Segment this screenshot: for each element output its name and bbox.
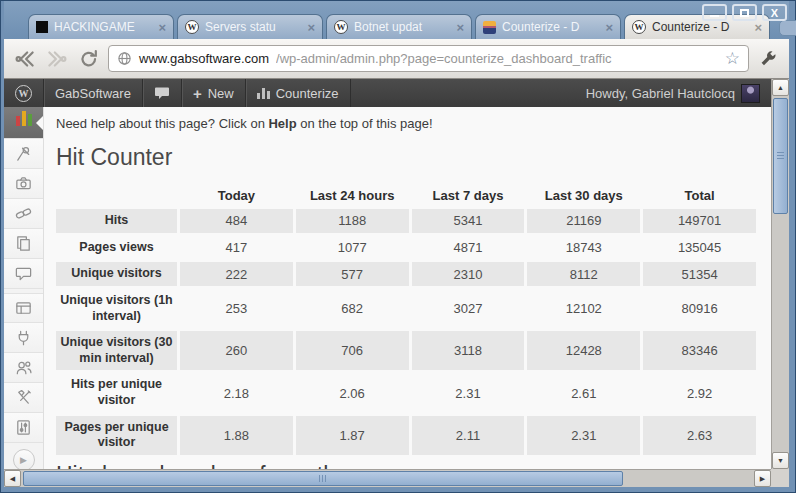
address-bar[interactable]: www.gabsoftware.com/wp-admin/admin.php?p… bbox=[108, 45, 749, 72]
scroll-up-button[interactable]: ▲ bbox=[772, 79, 789, 96]
table-row: Unique visitors (1h interval)25368230271… bbox=[56, 289, 756, 328]
tab-close-icon[interactable]: × bbox=[605, 21, 613, 34]
stats-table-body: Hits4841188534121169149701Pages views417… bbox=[56, 209, 756, 455]
sidebar-item-posts[interactable] bbox=[4, 139, 43, 169]
scroll-left-button[interactable]: ◀ bbox=[4, 470, 21, 487]
new-tab-button[interactable] bbox=[779, 20, 796, 36]
stat-cell: 21169 bbox=[527, 209, 640, 233]
column-header: Last 7 days bbox=[412, 185, 525, 206]
account-menu[interactable]: Howdy, Gabriel Hautclocq bbox=[575, 79, 771, 107]
tab-close-icon[interactable]: × bbox=[307, 21, 315, 34]
wordpress-favicon: W bbox=[185, 20, 199, 34]
stat-cell: 8112 bbox=[527, 262, 640, 286]
stat-cell: 2.06 bbox=[296, 373, 409, 412]
column-header: Last 30 days bbox=[527, 185, 640, 206]
sidebar-item-pages[interactable] bbox=[4, 229, 43, 259]
forward-button[interactable] bbox=[44, 46, 70, 72]
sidebar-item-media[interactable] bbox=[4, 169, 43, 199]
table-row: Unique visitors2225772310811251354 bbox=[56, 262, 756, 286]
vertical-scrollbar[interactable]: ▲ ▼ bbox=[771, 79, 789, 469]
sidebar-item-tools[interactable] bbox=[4, 383, 43, 413]
counterize-menu[interactable]: Counterize bbox=[246, 79, 351, 107]
tab-close-icon[interactable]: × bbox=[158, 21, 166, 34]
table-row: Hits per unique visitor2.182.062.312.612… bbox=[56, 373, 756, 412]
links-icon bbox=[14, 204, 33, 223]
row-label: Pages per unique visitor bbox=[56, 416, 177, 455]
browser-tab[interactable]: HACKINGAME× bbox=[28, 14, 174, 39]
new-label: New bbox=[208, 86, 234, 101]
wordpress-logo-menu[interactable]: W bbox=[4, 79, 44, 107]
row-label: Unique visitors (30 min interval) bbox=[56, 331, 177, 370]
stat-cell: 577 bbox=[296, 262, 409, 286]
horizontal-scrollbar[interactable]: ◀ ▶ bbox=[4, 469, 771, 487]
stat-cell: 149701 bbox=[643, 209, 756, 233]
tab-strip: HACKINGAME×WServers statu×WBotnet updat×… bbox=[28, 14, 796, 39]
stat-cell: 2.11 bbox=[412, 416, 525, 455]
minimize-button[interactable] bbox=[702, 4, 727, 21]
comments-menu[interactable] bbox=[143, 79, 182, 107]
sidebar-item-settings[interactable] bbox=[4, 413, 43, 443]
sidebar-item-links[interactable] bbox=[4, 199, 43, 229]
scroll-down-button[interactable]: ▼ bbox=[772, 452, 789, 469]
sidebar-item-comments[interactable] bbox=[4, 259, 43, 289]
stat-cell: 222 bbox=[180, 262, 293, 286]
sidebar-item-counterize[interactable] bbox=[4, 107, 43, 139]
tools-icon bbox=[14, 388, 33, 407]
browser-tab[interactable]: WServers statu× bbox=[177, 14, 323, 39]
horizontal-scroll-thumb[interactable] bbox=[23, 471, 623, 486]
stat-cell: 706 bbox=[296, 331, 409, 370]
new-content-menu[interactable]: + New bbox=[182, 79, 246, 107]
titlebar: HACKINGAME×WServers statu×WBotnet updat×… bbox=[4, 1, 789, 39]
close-icon: X bbox=[771, 7, 778, 19]
tab-close-icon[interactable]: × bbox=[754, 21, 762, 34]
site-name: GabSoftware bbox=[55, 86, 131, 101]
row-label: Hits per unique visitor bbox=[56, 373, 177, 412]
avatar bbox=[741, 84, 760, 103]
minimize-icon bbox=[710, 15, 719, 17]
maximize-button[interactable] bbox=[732, 4, 757, 21]
stat-cell: 1188 bbox=[296, 209, 409, 233]
plus-icon: + bbox=[193, 86, 202, 101]
page-viewport: W GabSoftware + New Counterize bbox=[4, 79, 789, 487]
wrench-menu-button[interactable] bbox=[755, 46, 781, 72]
wrench-icon bbox=[758, 49, 778, 69]
site-name-menu[interactable]: GabSoftware bbox=[44, 79, 143, 107]
row-label: Unique visitors (1h interval) bbox=[56, 289, 177, 328]
posts-icon bbox=[14, 144, 33, 163]
row-label: Pages views bbox=[56, 236, 177, 260]
media-icon bbox=[14, 174, 33, 193]
vertical-scroll-thumb[interactable] bbox=[773, 98, 788, 214]
globe-icon bbox=[117, 51, 132, 66]
sidebar-item-users[interactable] bbox=[4, 353, 43, 383]
mountain-favicon bbox=[483, 21, 496, 34]
sidebar-item-appearance[interactable] bbox=[4, 293, 43, 323]
browser-tab[interactable]: WBotnet updat× bbox=[326, 14, 472, 39]
scroll-right-button[interactable]: ▶ bbox=[754, 470, 771, 487]
row-label: Unique visitors bbox=[56, 262, 177, 286]
stat-cell: 3118 bbox=[412, 331, 525, 370]
stat-cell: 80916 bbox=[643, 289, 756, 328]
stat-cell: 2.18 bbox=[180, 373, 293, 412]
tab-title: Counterize - D bbox=[502, 20, 599, 34]
stats-table-head: TodayLast 24 hoursLast 7 daysLast 30 day… bbox=[56, 185, 756, 206]
reload-icon bbox=[77, 48, 101, 70]
tab-close-icon[interactable]: × bbox=[456, 21, 464, 34]
reload-button[interactable] bbox=[76, 46, 102, 72]
table-row: Pages per unique visitor1.881.872.112.31… bbox=[56, 416, 756, 455]
tab-title: Servers statu bbox=[205, 20, 301, 34]
column-header: Total bbox=[643, 185, 756, 206]
url-host: www.gabsoftware.com bbox=[139, 51, 269, 66]
stat-cell: 2.31 bbox=[527, 416, 640, 455]
close-button[interactable]: X bbox=[762, 4, 787, 21]
sidebar-item-plugins[interactable] bbox=[4, 323, 43, 353]
stat-cell: 2.92 bbox=[643, 373, 756, 412]
browser-tab[interactable]: Counterize - D× bbox=[475, 14, 621, 39]
back-button[interactable] bbox=[12, 46, 38, 72]
black-square-favicon bbox=[36, 21, 48, 33]
collapse-menu-button[interactable]: ▶ bbox=[13, 449, 35, 469]
notice-text: Need help about this page? Click on bbox=[56, 116, 268, 131]
bookmark-star-icon[interactable]: ☆ bbox=[725, 50, 740, 67]
stats-table: TodayLast 24 hoursLast 7 daysLast 30 day… bbox=[53, 182, 759, 458]
stat-cell: 2.61 bbox=[527, 373, 640, 412]
browser-toolbar: www.gabsoftware.com/wp-admin/admin.php?p… bbox=[4, 39, 789, 79]
